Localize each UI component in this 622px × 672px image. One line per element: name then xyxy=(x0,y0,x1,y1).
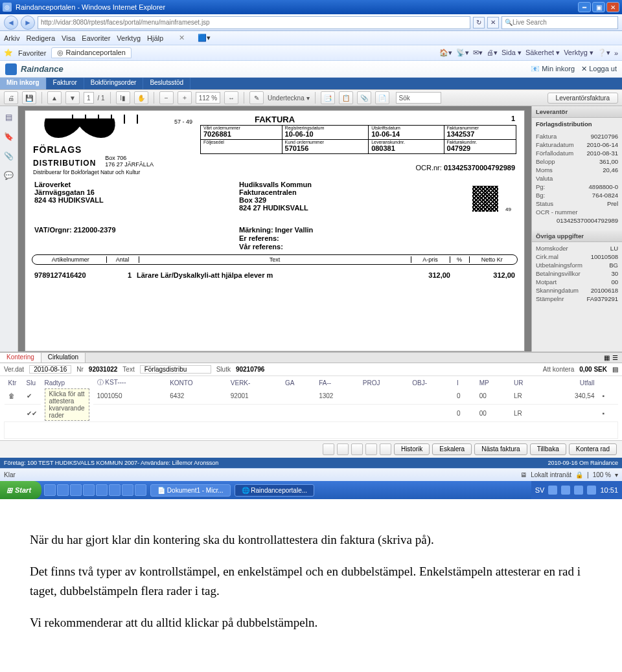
start-button[interactable]: ⊞ Start xyxy=(0,481,41,499)
tray-icon[interactable] xyxy=(587,486,596,495)
btn-kontera-rad[interactable]: Kontera rad xyxy=(569,443,617,455)
btn-eskalera[interactable]: Eskalera xyxy=(432,443,472,455)
btn-nasta-faktura[interactable]: Nästa faktura xyxy=(474,443,527,455)
tab-fakturor[interactable]: Fakturor xyxy=(47,78,84,89)
save-icon[interactable]: 💾 xyxy=(22,91,36,104)
inbox-link[interactable]: 📧 Min inkorg xyxy=(531,65,575,73)
list-icon[interactable]: ☰ xyxy=(612,354,618,361)
sign-pen-icon[interactable]: ✎ xyxy=(249,91,264,104)
attach-icon[interactable] xyxy=(323,443,334,455)
tray-icon[interactable] xyxy=(548,486,557,495)
invoice-type-button[interactable]: Leverantörsfaktura xyxy=(547,93,618,104)
page-down-icon[interactable]: ▼ xyxy=(65,91,80,104)
ql-icon[interactable] xyxy=(96,484,108,496)
toggle-icon[interactable]: ▤ xyxy=(612,366,618,373)
stamp-single-icon[interactable]: ✔ xyxy=(27,392,32,399)
taskbar-task[interactable]: 📄 Dokument1 - Micr... xyxy=(150,484,230,497)
tool2-icon[interactable]: 📋 xyxy=(339,91,353,104)
menu-help[interactable]: Hjälp xyxy=(147,34,163,42)
tab-kontering[interactable]: Kontering xyxy=(0,353,41,363)
row-menu-icon[interactable]: ▪ xyxy=(603,392,605,399)
back-button[interactable]: ◄ xyxy=(4,16,18,30)
ql-icon[interactable] xyxy=(83,484,95,496)
info-icon[interactable]: ⓘ xyxy=(97,379,104,386)
copy-icon[interactable] xyxy=(365,443,377,455)
pdf-search-field[interactable]: Sök xyxy=(396,92,441,104)
tool4-icon[interactable]: 📄 xyxy=(375,91,389,104)
kontering-row-2[interactable]: ✔✔ 0 00 LR ▪ xyxy=(5,405,618,422)
ql-icon[interactable] xyxy=(44,484,56,496)
ql-icon[interactable] xyxy=(57,484,69,496)
stamp-double-icon[interactable]: ✔✔ xyxy=(27,410,37,417)
stop-button[interactable]: ✕ xyxy=(487,17,499,28)
safety-menu[interactable]: Säkerhet ▾ xyxy=(525,49,560,57)
btn-historik[interactable]: Historik xyxy=(394,443,430,455)
tray-icon[interactable] xyxy=(561,486,570,495)
tab-cirkulation[interactable]: Cirkulation xyxy=(41,353,86,363)
sign-menu[interactable]: Underteckna ▾ xyxy=(268,95,309,102)
overflow-icon[interactable]: » xyxy=(614,49,618,57)
minimize-button[interactable]: ━ xyxy=(578,2,591,12)
ie-zoom[interactable]: 100 % xyxy=(593,471,611,478)
thumbnails-icon[interactable]: ▤ xyxy=(3,111,15,123)
zoom-field[interactable]: 112 % xyxy=(196,92,220,104)
menu-view[interactable]: Visa xyxy=(62,34,75,42)
kr-text[interactable]: Förlagsdistribu xyxy=(140,365,211,374)
convert-icon[interactable]: 🟦▾ xyxy=(198,34,211,42)
print-icon[interactable]: 🖨 xyxy=(4,91,18,104)
menu-favorites[interactable]: Eavoriter xyxy=(82,34,110,42)
export-icon[interactable] xyxy=(380,443,391,455)
ql-icon[interactable] xyxy=(70,484,82,496)
forward-button[interactable]: ► xyxy=(21,16,35,30)
menu-edit[interactable]: Redigera xyxy=(26,34,55,42)
mail-icon[interactable]: ✉▾ xyxy=(473,49,483,57)
refresh-button[interactable]: ↻ xyxy=(473,17,485,28)
tool1-icon[interactable]: 📑 xyxy=(321,91,335,104)
tray-lang[interactable]: SV xyxy=(535,486,545,494)
comments-icon[interactable]: 💬 xyxy=(3,170,15,181)
fit-width-icon[interactable]: ↔ xyxy=(224,91,238,104)
zoom-in-icon[interactable]: ＋ xyxy=(178,91,192,104)
home-icon[interactable]: 🏠▾ xyxy=(439,49,452,57)
select-icon[interactable]: I▮ xyxy=(116,91,130,104)
page-number-field[interactable]: 1 xyxy=(84,92,94,104)
page-menu[interactable]: Sida ▾ xyxy=(501,49,522,57)
page-up-icon[interactable]: ▲ xyxy=(47,91,62,104)
close-button[interactable]: ✕ xyxy=(606,2,619,12)
tool3-icon[interactable]: 📎 xyxy=(357,91,371,104)
favorites-star-icon[interactable]: ⭐ xyxy=(4,49,13,57)
menu-tools[interactable]: Verktyg xyxy=(117,34,141,42)
logout-link[interactable]: ✕ Logga ut xyxy=(581,65,617,73)
pdf-viewport[interactable]: 57 - 49 FAKTURA 1 FÖRLAGS DISTRIBUTION B… xyxy=(18,106,531,352)
hand-icon[interactable]: ✋ xyxy=(134,91,148,104)
kr-verdat[interactable]: 2010-08-16 xyxy=(29,365,71,374)
tools-menu[interactable]: Verktyg ▾ xyxy=(564,49,593,57)
tray-icon[interactable] xyxy=(574,486,583,495)
grid-icon[interactable]: ▦ xyxy=(604,354,610,361)
bookmarks-icon[interactable]: 🔖 xyxy=(3,131,15,142)
zoom-out-icon[interactable]: − xyxy=(159,91,174,104)
tab-beslutsstod[interactable]: Beslutsstöd xyxy=(143,78,190,89)
delete-row-icon[interactable]: 🗑 xyxy=(8,392,15,399)
kontering-row-1[interactable]: 🗑 ✔ Klicka för att attestera kvarvarande… xyxy=(5,388,618,405)
taskbar-task[interactable]: 🌐 Raindanceportale... xyxy=(235,484,315,497)
browser-tab[interactable]: ◎ Raindanceportalen xyxy=(51,47,131,58)
tab-min-inkorg[interactable]: Min inkorg xyxy=(0,78,47,89)
browser-search[interactable]: 🔍 Live Search xyxy=(501,16,618,29)
favorites-label[interactable]: Favoriter xyxy=(18,49,46,57)
print-icon[interactable]: 🖨▾ xyxy=(487,49,498,57)
ql-icon[interactable] xyxy=(135,484,146,496)
tab-close-icon[interactable]: ✕ xyxy=(179,34,185,42)
btn-tillbaka[interactable]: Tillbaka xyxy=(530,443,566,455)
menu-file[interactable]: Arkiv xyxy=(4,34,19,42)
help-icon[interactable]: ❔▾ xyxy=(597,49,610,57)
maximize-button[interactable]: ▣ xyxy=(592,2,605,12)
ql-icon[interactable] xyxy=(122,484,133,496)
attachments-icon[interactable]: 📎 xyxy=(3,150,15,162)
row-menu-icon[interactable]: ▪ xyxy=(603,410,605,417)
tab-bokforingsorder[interactable]: Bokföringsorder xyxy=(84,78,144,89)
ql-icon[interactable] xyxy=(109,484,121,496)
note-icon[interactable] xyxy=(337,443,349,455)
feeds-icon[interactable]: 📡▾ xyxy=(456,49,469,57)
url-field[interactable]: http://vidar:8080/rptest/faces/portal/me… xyxy=(38,16,470,29)
